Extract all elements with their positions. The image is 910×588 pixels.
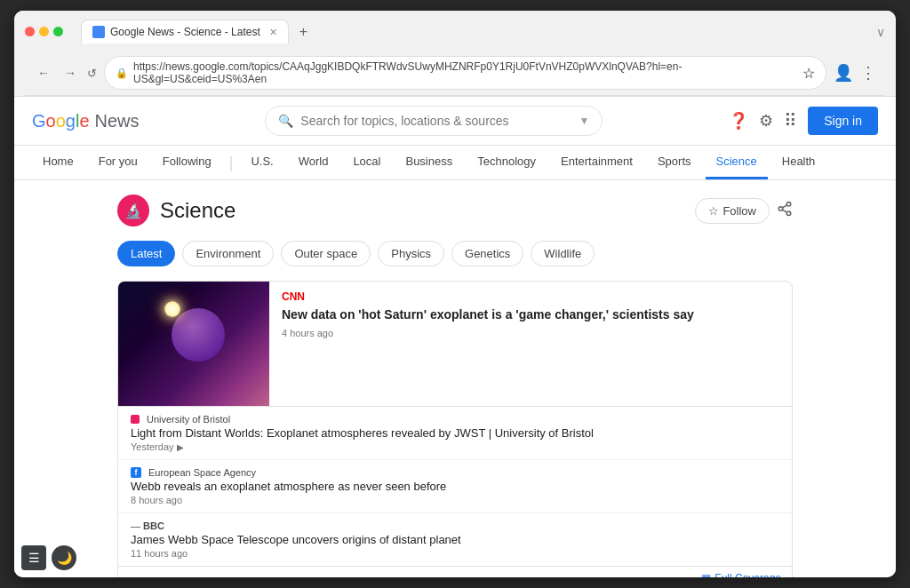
related-source-1: University of Bristol <box>131 414 779 425</box>
bookmark-icon[interactable]: ☆ <box>802 65 815 82</box>
bottom-toolbar: ☰ 🌙 <box>14 538 896 577</box>
search-bar[interactable]: 🔍 ▼ <box>265 106 603 136</box>
forward-button[interactable]: → <box>60 64 80 82</box>
browser-window: Google News - Science - Latest ✕ + ∨ ← →… <box>14 11 896 577</box>
article-1-source: CNN <box>282 290 779 303</box>
sun-glow-graphic <box>164 301 180 317</box>
article-image-space <box>118 282 269 406</box>
search-dropdown-icon[interactable]: ▼ <box>579 115 589 127</box>
nav-foryou[interactable]: For you <box>88 146 148 179</box>
news-content: 🔬 Science ☆ Follow <box>100 180 810 577</box>
nav-technology[interactable]: Technology <box>467 146 547 179</box>
article-1-headline[interactable]: New data on 'hot Saturn' exoplanet is a … <box>282 306 779 324</box>
section-title-group: 🔬 Science <box>117 195 235 226</box>
cnn-logo: CNN <box>282 290 305 303</box>
science-icon: 🔬 <box>117 195 149 226</box>
help-button[interactable]: ❓ <box>729 111 748 131</box>
follow-label: Follow <box>722 204 756 218</box>
nav-following[interactable]: Following <box>152 146 222 179</box>
extensions-icon[interactable]: ⋮ <box>860 63 876 83</box>
related-item-2[interactable]: f European Space Agency Webb reveals an … <box>118 460 792 513</box>
address-bar[interactable]: 🔒 https://news.google.com/topics/CAAqJgg… <box>104 56 826 90</box>
sign-in-button[interactable]: Sign in <box>808 107 878 135</box>
svg-line-3 <box>782 210 786 212</box>
header-right: ❓ ⚙ ⠿ Sign in <box>729 107 878 135</box>
nav-world[interactable]: World <box>288 146 339 179</box>
follow-button[interactable]: ☆ Follow <box>695 198 770 224</box>
nav-home[interactable]: Home <box>32 146 84 179</box>
user-icon[interactable]: 👤 <box>834 63 853 83</box>
back-button[interactable]: ← <box>34 64 53 82</box>
bristol-source: University of Bristol <box>147 414 230 425</box>
browser-toolbar: ← → ↺ 🔒 https://news.google.com/topics/C… <box>25 51 885 96</box>
svg-point-0 <box>786 202 791 206</box>
reload-button[interactable]: ↺ <box>87 67 97 80</box>
app-name: News <box>95 111 140 131</box>
dark-mode-button[interactable]: 🌙 <box>52 545 76 570</box>
news-nav: Home For you Following | U.S. World Loca… <box>14 146 896 180</box>
fb-icon: f <box>131 467 141 478</box>
article-1-content: CNN New data on 'hot Saturn' exoplanet i… <box>269 282 792 406</box>
url-text: https://news.google.com/topics/CAAqJggKI… <box>133 60 797 85</box>
tab-favicon <box>92 26 105 38</box>
related-time-2: 8 hours ago <box>131 495 779 505</box>
nav-entertainment[interactable]: Entertainment <box>550 146 643 179</box>
section-actions: ☆ Follow <box>695 198 793 224</box>
traffic-lights <box>25 27 63 36</box>
new-tab-button[interactable]: + <box>294 22 313 42</box>
star-icon: ☆ <box>708 204 719 218</box>
topic-pills: Latest Environment Outer space Physics G… <box>100 241 810 281</box>
browser-titlebar: Google News - Science - Latest ✕ + ∨ ← →… <box>14 11 896 97</box>
svg-point-2 <box>786 211 791 216</box>
menu-button[interactable]: ☰ <box>21 545 46 570</box>
settings-button[interactable]: ⚙ <box>759 111 773 131</box>
related-headline-2: Webb reveals an exoplanet atmosphere as … <box>131 480 779 493</box>
related-source-3: — BBC <box>131 520 779 531</box>
bbc-dash: — BBC <box>131 520 164 531</box>
search-icon: 🔍 <box>278 114 293 128</box>
article-1-time: 4 hours ago <box>282 328 779 338</box>
pill-genetics[interactable]: Genetics <box>451 241 523 266</box>
nav-local[interactable]: Local <box>342 146 391 179</box>
section-title: Science <box>160 198 235 223</box>
nav-health[interactable]: Health <box>771 146 826 179</box>
lock-icon: 🔒 <box>116 68 128 79</box>
pill-physics[interactable]: Physics <box>378 241 444 266</box>
space-image <box>118 282 269 406</box>
search-input[interactable] <box>300 114 571 128</box>
planet-graphic <box>172 308 225 362</box>
related-source-2: f European Space Agency <box>131 467 779 478</box>
pill-outer-space[interactable]: Outer space <box>281 241 371 266</box>
address-bar-icons: ☆ <box>802 65 815 82</box>
maximize-dot[interactable] <box>53 27 63 36</box>
nav-sports[interactable]: Sports <box>647 146 702 179</box>
related-headline-1: Light from Distant Worlds: Exoplanet atm… <box>131 426 779 440</box>
nav-science[interactable]: Science <box>706 146 768 179</box>
main-article-1: CNN New data on 'hot Saturn' exoplanet i… <box>118 282 792 406</box>
related-item-1[interactable]: University of Bristol Light from Distant… <box>118 407 792 460</box>
pill-environment[interactable]: Environment <box>182 241 274 266</box>
window-controls: ∨ <box>876 25 885 39</box>
news-header: Google News 🔍 ▼ ❓ ⚙ ⠿ Sign in <box>14 97 896 146</box>
articles-container: CNN New data on 'hot Saturn' exoplanet i… <box>100 281 810 577</box>
apps-button[interactable]: ⠿ <box>784 110 797 131</box>
related-time-1: Yesterday ▶ <box>131 441 779 452</box>
minimize-dot[interactable] <box>39 27 49 36</box>
share-button[interactable] <box>777 201 793 221</box>
close-dot[interactable] <box>25 27 35 36</box>
tab-title: Google News - Science - Latest <box>110 26 260 38</box>
tab-bar: Google News - Science - Latest ✕ + <box>81 20 869 44</box>
section-header: 🔬 Science ☆ Follow <box>100 180 810 241</box>
tab-close-button[interactable]: ✕ <box>269 27 277 38</box>
nav-us[interactable]: U.S. <box>240 146 283 179</box>
active-tab[interactable]: Google News - Science - Latest ✕ <box>81 20 289 44</box>
esa-source: European Space Agency <box>148 467 256 478</box>
pill-wildlife[interactable]: Wildlife <box>531 241 595 266</box>
google-logo: Google <box>32 111 90 131</box>
nav-business[interactable]: Business <box>395 146 463 179</box>
pill-latest[interactable]: Latest <box>117 241 175 266</box>
news-body: Google News 🔍 ▼ ❓ ⚙ ⠿ Sign in Home For y… <box>14 97 896 577</box>
article-group-1: CNN New data on 'hot Saturn' exoplanet i… <box>117 281 793 577</box>
news-logo: Google News <box>32 111 140 131</box>
svg-point-1 <box>778 206 783 211</box>
